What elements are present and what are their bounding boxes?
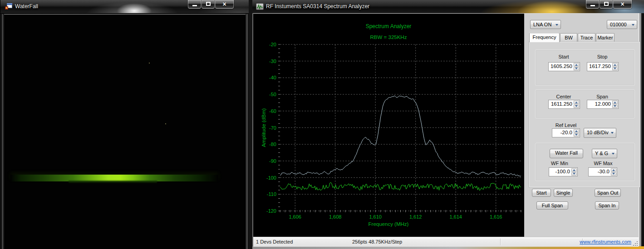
close-button[interactable]: × xyxy=(215,0,234,9)
minimize-button[interactable] xyxy=(586,0,599,9)
start-frequency-field[interactable]: 1605.250 xyxy=(548,62,580,71)
waterfall-button[interactable]: Water Fall xyxy=(550,149,583,158)
waterfall-window-title: WaterFall xyxy=(15,3,38,10)
x-tick-label: 1,610 xyxy=(369,214,382,220)
x-tick-label: 1,612 xyxy=(409,214,422,220)
frequency-tab-page: Start Stop 1605.250 1617.250 Center Span xyxy=(529,42,640,187)
website-link[interactable]: www.rfinstruments.com xyxy=(580,239,631,244)
wf-max-field[interactable]: -30.0 xyxy=(588,167,617,176)
analyzer-window-title: RF Instuments SA0314 Spectrum Analyzer xyxy=(266,3,369,10)
stop-label: Stop xyxy=(584,54,620,59)
desktop: WaterFall × RF Instuments SA0314 Spectru… xyxy=(0,0,644,249)
center-label: Center xyxy=(546,94,582,99)
tab-frequency[interactable]: Frequency xyxy=(529,33,560,42)
wf-max-spinner[interactable] xyxy=(610,168,617,176)
palette-select[interactable]: Y & G xyxy=(592,149,617,158)
start-button[interactable]: Start xyxy=(532,189,551,197)
tab-bw[interactable]: BW xyxy=(560,33,577,42)
lna-select-value: LNA ON xyxy=(533,22,551,27)
center-frequency-value: 1611.250 xyxy=(549,100,573,108)
stop-frequency-field[interactable]: 1617.250 xyxy=(587,62,619,71)
signal-trace xyxy=(280,96,521,176)
minimize-icon xyxy=(192,5,197,6)
db-per-div-select[interactable]: 10 dB/Div xyxy=(584,128,616,138)
spectrum-analyzer-window: RF Instuments SA0314 Spectrum Analyzer ×… xyxy=(252,0,644,249)
y-tick-label: -70 xyxy=(269,125,276,131)
maximize-icon xyxy=(206,2,211,6)
start-label: Start xyxy=(546,54,582,59)
device-select-value: 010000 xyxy=(610,22,627,27)
device-select[interactable]: 010000 xyxy=(607,20,637,29)
full-span-button[interactable]: Full Span xyxy=(536,201,568,210)
wf-min-value: -100.0 xyxy=(549,168,571,176)
close-button[interactable]: × xyxy=(613,0,632,9)
analyzer-window-icon xyxy=(256,3,264,10)
single-button[interactable]: Single xyxy=(554,189,573,197)
tab-trace[interactable]: Trace xyxy=(578,33,595,42)
chevron-down-icon xyxy=(556,24,558,26)
ref-level-field[interactable]: -20.0 xyxy=(552,128,580,137)
spin-up-icon[interactable] xyxy=(611,168,616,172)
close-icon: × xyxy=(620,0,624,8)
span-label: Span xyxy=(584,94,620,99)
chevron-down-icon xyxy=(632,24,634,26)
ref-level-value: -20.0 xyxy=(552,129,573,137)
spin-up-icon[interactable] xyxy=(574,129,579,133)
stop-spinner[interactable] xyxy=(612,63,618,71)
spin-down-icon[interactable] xyxy=(612,105,618,108)
maximize-button[interactable] xyxy=(202,0,215,9)
devices-detected-status: 1 Devs Detected xyxy=(256,237,293,247)
ref-level-spinner[interactable] xyxy=(573,129,580,137)
spin-down-icon[interactable] xyxy=(611,172,616,176)
start-spinner[interactable] xyxy=(573,63,580,71)
spin-down-icon[interactable] xyxy=(574,67,579,71)
spin-down-icon[interactable] xyxy=(612,67,618,71)
waterfall-titlebar[interactable]: WaterFall × xyxy=(0,0,249,14)
spin-up-icon[interactable] xyxy=(574,101,579,104)
center-frequency-field[interactable]: 1611.250 xyxy=(548,100,580,109)
span-value: 12.000 xyxy=(587,100,612,108)
spin-up-icon[interactable] xyxy=(612,101,618,104)
minimize-icon xyxy=(590,5,595,6)
span-out-button[interactable]: Span Out xyxy=(595,189,621,197)
lna-select[interactable]: LNA ON xyxy=(530,20,561,29)
chart-title: Spectrum Analyzer xyxy=(366,23,412,29)
analyzer-client-area: -20-30-40-50-60-70-80-90-100-110-1201,60… xyxy=(253,13,639,246)
control-panel: LNA ON 010000 Frequency BW Trace Marker … xyxy=(524,14,639,237)
wf-min-field[interactable]: -100.0 xyxy=(549,167,578,176)
y-tick-label: -110 xyxy=(267,191,276,197)
span-in-button[interactable]: Span In xyxy=(595,201,619,210)
y-tick-label: -120 xyxy=(266,208,276,214)
spin-down-icon[interactable] xyxy=(574,133,579,137)
span-spinner[interactable] xyxy=(612,100,618,108)
spin-up-icon[interactable] xyxy=(612,63,618,67)
maximize-button[interactable] xyxy=(600,0,613,9)
spin-down-icon[interactable] xyxy=(571,172,577,176)
maximize-icon xyxy=(604,2,609,6)
palette-value: Y & G xyxy=(595,151,608,156)
center-spinner[interactable] xyxy=(573,100,580,108)
x-axis-label: Frequency (MHz) xyxy=(369,221,409,227)
points-step-status: 256pts 48.75KHz/Step xyxy=(352,237,402,247)
y-tick-label: -20 xyxy=(269,42,276,47)
y-tick-label: -40 xyxy=(269,75,276,80)
y-tick-label: -100 xyxy=(266,175,276,181)
wf-max-value: -30.0 xyxy=(589,168,610,176)
chevron-down-icon xyxy=(611,132,614,134)
minimize-button[interactable] xyxy=(188,0,201,9)
spin-down-icon[interactable] xyxy=(574,105,579,108)
analyzer-titlebar[interactable]: RF Instuments SA0314 Spectrum Analyzer × xyxy=(252,0,644,14)
spin-up-icon[interactable] xyxy=(571,168,577,172)
spin-up-icon[interactable] xyxy=(574,63,579,67)
db-per-div-value: 10 dB/Div xyxy=(587,130,609,135)
spectrum-plot: -20-30-40-50-60-70-80-90-100-110-1201,60… xyxy=(253,14,524,237)
tab-marker[interactable]: Marker xyxy=(596,33,615,42)
waterfall-display xyxy=(4,14,246,249)
wf-min-spinner[interactable] xyxy=(571,168,577,176)
span-field[interactable]: 12.000 xyxy=(587,100,619,109)
waterfall-signal-subband xyxy=(69,181,157,183)
waterfall-window-icon xyxy=(5,3,12,10)
window-frame xyxy=(245,14,249,249)
y-tick-label: -90 xyxy=(269,158,276,164)
resize-grip[interactable] xyxy=(633,241,638,246)
